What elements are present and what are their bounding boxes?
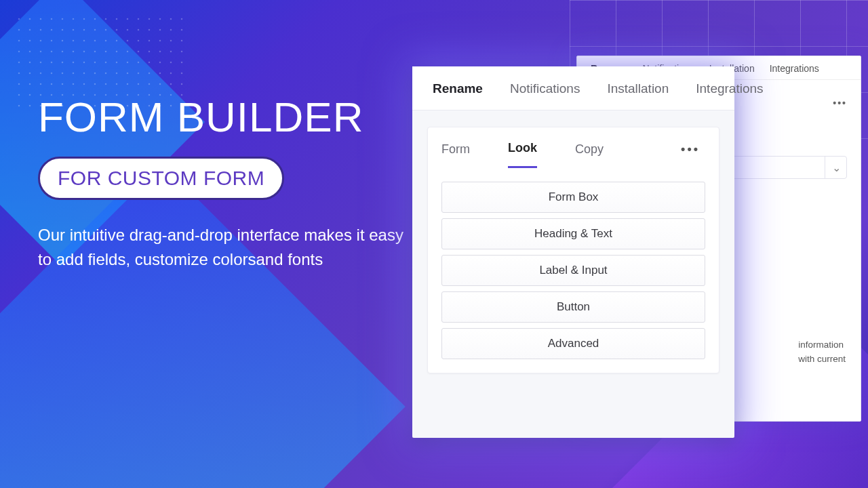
desc-line: Our intuitive drag-and-drop interface ma… (38, 223, 404, 247)
inner-tabs: Form Look Copy ••• (428, 127, 719, 168)
builder-card: Rename Notifications Installation Integr… (412, 66, 734, 438)
tab-integrations[interactable]: Integrations (770, 63, 819, 74)
opt-heading-text[interactable]: Heading & Text (441, 218, 705, 249)
text-fragment: information (798, 338, 846, 352)
helper-text: information with current (798, 338, 846, 367)
marketing-copy: FORM BUILDER FOR CUSTOM FORM Our intuiti… (38, 95, 418, 272)
subhead-pill: FOR CUSTOM FORM (38, 157, 284, 200)
look-options: Form Box Heading & Text Label & Input Bu… (428, 168, 719, 359)
desc-line: to add fields, customize colorsand fonts (38, 247, 404, 272)
look-panel: Form Look Copy ••• Form Box Heading & Te… (427, 127, 719, 373)
tab-installation[interactable]: Installation (607, 81, 669, 96)
text-fragment: with current (798, 352, 846, 367)
tab-integrations[interactable]: Integrations (696, 81, 763, 96)
opt-button[interactable]: Button (441, 291, 705, 323)
builder-topbar: Rename Notifications Installation Integr… (412, 66, 734, 110)
tab-look[interactable]: Look (508, 141, 537, 168)
headline: FORM BUILDER (38, 95, 418, 139)
opt-advanced[interactable]: Advanced (441, 328, 705, 359)
more-icon[interactable]: ••• (833, 98, 847, 108)
tab-notifications[interactable]: Notifications (510, 81, 580, 96)
promo-stage: FORM BUILDER FOR CUSTOM FORM Our intuiti… (0, 0, 868, 488)
more-icon[interactable]: ••• (681, 142, 705, 167)
opt-label-input[interactable]: Label & Input (441, 255, 705, 286)
description: Our intuitive drag-and-drop interface ma… (38, 223, 404, 272)
builder-tabs: Rename Notifications Installation Integr… (412, 66, 734, 110)
tab-copy[interactable]: Copy (575, 142, 604, 167)
tab-rename[interactable]: Rename (433, 81, 483, 96)
opt-form-box[interactable]: Form Box (441, 182, 705, 213)
tab-form[interactable]: Form (441, 142, 470, 167)
chevron-down-icon: ⌄ (825, 157, 841, 178)
